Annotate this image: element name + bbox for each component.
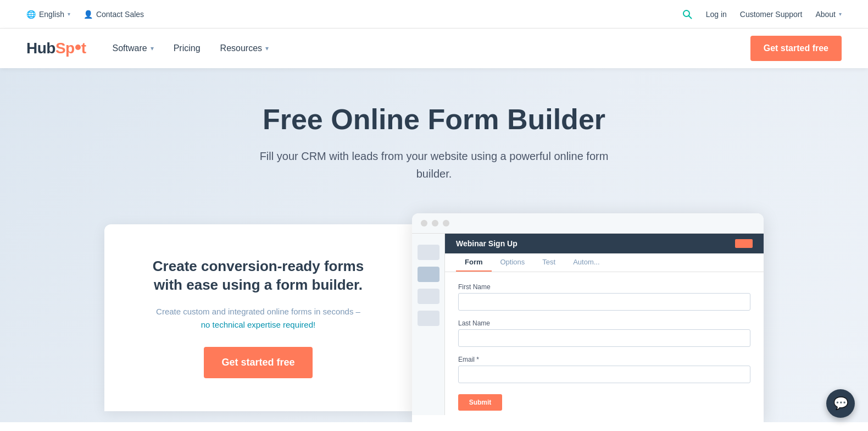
- field-label-last-name: Last Name: [458, 319, 750, 327]
- hero-cta-button[interactable]: Get started free: [204, 347, 312, 378]
- sidebar-block-3: [418, 289, 439, 304]
- hero-title: Free Online Form Builder: [263, 103, 605, 136]
- top-bar: 🌐 English ▾ 👤 Contact Sales Log in Custo…: [0, 0, 868, 29]
- browser-dot-2: [432, 220, 438, 226]
- login-label: Log in: [706, 10, 727, 19]
- chevron-down-icon: ▾: [265, 45, 269, 52]
- person-icon: 👤: [84, 10, 93, 19]
- field-label-first-name: First Name: [458, 283, 750, 291]
- resources-label: Resources: [220, 43, 262, 53]
- contact-sales-link[interactable]: 👤 Contact Sales: [84, 10, 144, 19]
- field-group-first-name: First Name: [458, 283, 750, 311]
- get-started-nav-button[interactable]: Get started free: [750, 36, 842, 61]
- form-builder-header-title: Webinar Sign Up: [456, 239, 518, 248]
- contact-sales-label: Contact Sales: [96, 10, 144, 19]
- form-builder-form-area: First Name Last Name Email * Submit: [445, 272, 764, 422]
- form-builder-main: Webinar Sign Up Form Options Test Autom.…: [445, 234, 764, 415]
- pricing-nav-link[interactable]: Pricing: [174, 43, 201, 53]
- tab-test[interactable]: Test: [533, 253, 564, 272]
- form-builder-sidebar: [412, 234, 445, 415]
- chevron-down-icon: ▾: [68, 11, 70, 17]
- left-card-title: Create conversion-ready forms with ease …: [137, 257, 379, 295]
- browser-chrome: [412, 213, 764, 234]
- customer-support-link[interactable]: Customer Support: [740, 10, 803, 19]
- form-builder-tabs: Form Options Test Autom...: [445, 253, 764, 272]
- customer-support-label: Customer Support: [740, 10, 803, 19]
- field-group-email: Email *: [458, 356, 750, 383]
- sidebar-block-1: [418, 245, 439, 260]
- tab-form[interactable]: Form: [456, 253, 492, 272]
- about-link[interactable]: About ▾: [815, 10, 842, 19]
- tab-options[interactable]: Options: [492, 253, 534, 272]
- resources-nav-link[interactable]: Resources ▾: [220, 43, 269, 53]
- left-card-link[interactable]: no technical expertise required!: [201, 320, 315, 329]
- submit-label: Submit: [469, 399, 492, 406]
- browser-body: Webinar Sign Up Form Options Test Autom.…: [412, 234, 764, 415]
- field-group-last-name: Last Name: [458, 319, 750, 347]
- top-bar-right: Log in Customer Support About ▾: [682, 9, 842, 20]
- top-bar-left: 🌐 English ▾ 👤 Contact Sales: [26, 10, 144, 19]
- pricing-label: Pricing: [174, 43, 201, 53]
- about-label: About: [815, 10, 836, 19]
- form-submit-button[interactable]: Submit: [458, 394, 502, 411]
- globe-icon: 🌐: [26, 10, 36, 19]
- chevron-down-icon: ▾: [151, 45, 154, 52]
- field-label-email: Email *: [458, 356, 750, 363]
- nav-links: Software ▾ Pricing Resources ▾: [113, 43, 269, 53]
- form-builder-header: Webinar Sign Up: [445, 234, 764, 253]
- hero-subtitle: Fill your CRM with leads from your websi…: [242, 147, 626, 183]
- field-input-first-name[interactable]: [458, 293, 750, 311]
- software-label: Software: [113, 43, 147, 53]
- chat-bubble[interactable]: 💬: [826, 389, 855, 418]
- nav-left: HubSpt Software ▾ Pricing Resources ▾: [26, 40, 269, 57]
- chevron-down-icon: ▾: [839, 11, 842, 17]
- language-selector[interactable]: 🌐 English ▾: [26, 10, 70, 19]
- tab-automate[interactable]: Autom...: [564, 253, 608, 272]
- logo-text: HubSpt: [26, 40, 86, 57]
- hero-section: Free Online Form Builder Fill your CRM w…: [0, 68, 868, 422]
- sidebar-block-4: [418, 311, 439, 326]
- logo[interactable]: HubSpt: [26, 40, 86, 57]
- software-nav-link[interactable]: Software ▾: [113, 43, 154, 53]
- main-nav: HubSpt Software ▾ Pricing Resources ▾ Ge…: [0, 29, 868, 68]
- hero-content: Create conversion-ready forms with ease …: [104, 213, 764, 422]
- search-icon[interactable]: [682, 9, 693, 20]
- field-input-last-name[interactable]: [458, 329, 750, 347]
- form-builder-header-action[interactable]: [735, 239, 753, 248]
- browser-dot-1: [421, 220, 427, 226]
- form-builder-mockup: Webinar Sign Up Form Options Test Autom.…: [412, 213, 764, 422]
- chat-icon: 💬: [833, 396, 848, 411]
- language-label: English: [39, 10, 64, 19]
- left-card-desc: Create custom and integrated online form…: [137, 305, 379, 331]
- browser-dot-3: [443, 220, 449, 226]
- left-card-desc-text: Create custom and integrated online form…: [156, 307, 360, 316]
- login-link[interactable]: Log in: [706, 10, 727, 19]
- sidebar-block-2: [418, 267, 439, 282]
- field-input-email[interactable]: [458, 366, 750, 383]
- hero-left-card: Create conversion-ready forms with ease …: [104, 224, 412, 412]
- svg-line-1: [688, 15, 691, 18]
